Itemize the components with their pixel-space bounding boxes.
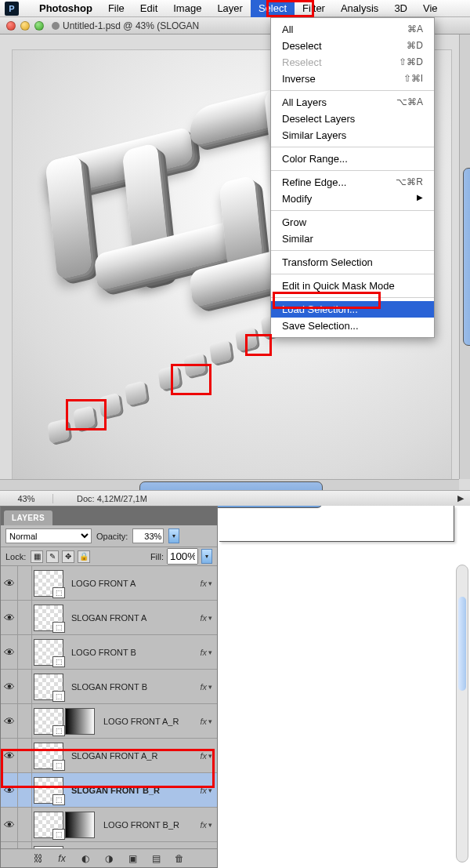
menu-analysis[interactable]: Analysis [333,0,386,17]
layer-row[interactable]: 👁⬚LOGO FRONT Afx▾ [1,566,217,601]
layer-thumbnail[interactable]: ⬚ [34,777,63,804]
visibility-toggle-icon[interactable]: 👁 [1,635,18,669]
menu-item-all[interactable]: All⌘A [271,21,434,38]
fx-expand-icon[interactable]: ▾ [208,717,212,725]
statusbar-arrow-icon[interactable]: ▶ [457,493,464,503]
visibility-toggle-icon[interactable]: 👁 [1,808,18,841]
adjustment-layer-icon[interactable]: ◑ [102,852,116,865]
lock-position-icon[interactable]: ✥ [62,550,74,563]
tab-layers[interactable]: LAYERS [4,510,52,525]
menu-file[interactable]: File [100,0,132,17]
fx-expand-icon[interactable]: ▾ [208,614,212,622]
menu-item-similar[interactable]: Similar [271,231,434,247]
menu-item-all-layers[interactable]: All Layers⌥⌘A [271,94,434,111]
menu-item-transform-selection[interactable]: Transform Selection [271,254,434,271]
layer-name[interactable]: SLOGAN FRONT B [65,682,200,692]
fill-input[interactable] [167,548,198,565]
layer-fx-badge-icon[interactable]: fx [200,682,207,692]
opacity-flyout-icon[interactable]: ▾ [168,528,179,543]
menu-select[interactable]: Select [251,0,295,17]
layer-fx-badge-icon[interactable]: fx [200,648,207,657]
layer-thumbnail[interactable]: ⬚ [34,674,63,700]
layer-thumbnail[interactable]: ⬚ [34,812,63,838]
fx-expand-icon[interactable]: ▾ [208,786,212,794]
layer-thumbnail[interactable]: ⬚ [34,570,63,597]
trash-icon[interactable]: 🗑 [172,852,186,865]
layer-row[interactable]: 👁⬚SLOGAN FRONT Bfx▾ [1,670,217,704]
layer-fx-badge-icon[interactable]: fx [200,717,207,726]
layer-row[interactable]: 👁⬚SLOGAN FRONT A_Rfx▾ [1,739,217,773]
layer-thumbnail[interactable]: ⬚ [34,743,63,769]
menu-item-refine-edge[interactable]: Refine Edge...⌥⌘R [271,174,434,191]
layer-name[interactable]: LOGO FRONT A_R [97,717,200,726]
fx-expand-icon[interactable]: ▾ [208,683,212,691]
page-scrollbar[interactable] [456,565,468,863]
layer-row[interactable]: 👁⬚LOGO FRONT B_Rfx▾ [1,808,217,842]
layer-fx-badge-icon[interactable]: fx [200,786,207,795]
lock-transparency-icon[interactable]: ▦ [31,550,43,563]
menu-image[interactable]: Image [165,0,209,17]
layer-fx-badge-icon[interactable]: fx [200,613,207,623]
menu-item-edit-in-quick-mask-mode[interactable]: Edit in Quick Mask Mode [271,278,434,294]
layer-mask-thumbnail[interactable] [65,708,95,735]
fill-flyout-icon[interactable]: ▾ [201,549,212,564]
new-group-icon[interactable]: ▣ [125,852,139,865]
layer-name[interactable]: SLOGAN FRONT A [65,613,200,623]
lock-paint-icon[interactable]: ✎ [46,550,59,563]
layer-fx-badge-icon[interactable]: fx [200,820,207,830]
layer-row[interactable]: 👁⬚LOGO FRONT A_Rfx▾ [1,704,217,739]
new-layer-icon[interactable]: ▤ [149,852,163,865]
layer-row[interactable]: 👁⬚GRADIENT BASEfx▾ [1,842,217,848]
menu-3d[interactable]: 3D [386,0,415,17]
menu-item-grow[interactable]: Grow [271,214,434,231]
layer-thumbnail[interactable]: ⬚ [34,708,63,735]
layer-name[interactable]: LOGO FRONT A [65,579,200,588]
link-layers-icon[interactable]: ⛓ [31,852,45,865]
visibility-toggle-icon[interactable]: 👁 [1,566,18,600]
layer-thumbnail[interactable]: ⬚ [34,639,63,666]
menu-item-color-range[interactable]: Color Range... [271,151,434,167]
fx-expand-icon[interactable]: ▾ [208,752,212,760]
fx-expand-icon[interactable]: ▾ [208,648,212,656]
layer-name[interactable]: SLOGAN FRONT B_R [65,786,200,795]
menu-edit[interactable]: Edit [132,0,165,17]
visibility-toggle-icon[interactable]: 👁 [1,739,18,772]
visibility-toggle-icon[interactable]: 👁 [1,670,18,703]
menu-filter[interactable]: Filter [295,0,333,17]
blend-mode-select[interactable]: Normal [5,528,92,543]
menu-item-deselect[interactable]: Deselect⌘D [271,38,434,54]
layer-row[interactable]: 👁⬚LOGO FRONT Bfx▾ [1,635,217,670]
layer-mask-thumbnail[interactable] [65,812,95,838]
lock-all-icon[interactable]: 🔒 [78,550,90,563]
vertical-scrollbar[interactable] [459,35,470,479]
visibility-toggle-icon[interactable]: 👁 [1,773,18,807]
visibility-toggle-icon[interactable]: 👁 [1,704,18,738]
zoom-window-icon[interactable] [34,21,44,31]
zoom-level[interactable]: 43% [6,494,53,503]
layer-name[interactable]: LOGO FRONT B_R [97,820,200,830]
menu-item-modify[interactable]: Modify▶ [271,191,434,207]
layer-name[interactable]: SLOGAN FRONT A_R [65,751,200,761]
horizontal-scrollbar[interactable] [0,479,459,490]
minimize-icon[interactable] [20,21,30,31]
layer-fx-badge-icon[interactable]: fx [200,579,207,588]
menu-item-deselect-layers[interactable]: Deselect Layers [271,111,434,127]
fx-expand-icon[interactable]: ▾ [208,579,212,587]
close-icon[interactable] [6,21,16,31]
menu-item-load-selection[interactable]: Load Selection... [271,301,434,318]
layer-row[interactable]: 👁⬚SLOGAN FRONT B_Rfx▾ [1,773,217,808]
layer-fx-badge-icon[interactable]: fx [200,751,207,761]
visibility-toggle-icon[interactable]: 👁 [1,601,18,634]
opacity-input[interactable] [132,528,164,543]
fx-expand-icon[interactable]: ▾ [208,821,212,829]
visibility-toggle-icon[interactable]: 👁 [1,842,18,848]
layer-thumbnail[interactable]: ⬚ [34,605,63,631]
add-mask-icon[interactable]: ◐ [78,852,92,865]
menu-item-save-selection[interactable]: Save Selection... [271,318,434,334]
layer-name[interactable]: LOGO FRONT B [65,648,200,657]
layer-fx-icon[interactable]: fx [55,852,69,865]
layer-row[interactable]: 👁⬚SLOGAN FRONT Afx▾ [1,601,217,635]
menu-view-truncated[interactable]: Vie [415,0,446,17]
menu-app-photoshop[interactable]: Photoshop [31,0,100,17]
menu-layer[interactable]: Layer [209,0,251,17]
